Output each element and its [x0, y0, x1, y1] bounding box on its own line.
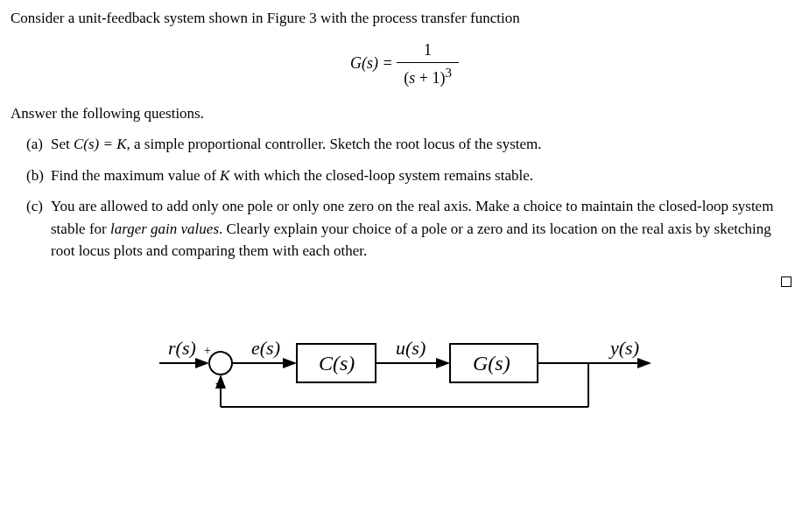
part-a-label: (a) — [26, 133, 51, 156]
minus-sign: - — [215, 375, 220, 390]
part-c: (c) You are allowed to add only one pole… — [26, 195, 798, 262]
equation-fraction: 1 (s + 1)3 — [397, 38, 459, 90]
plant-label: G(s) — [473, 352, 510, 374]
summing-junction — [209, 352, 232, 374]
diagram-r-label: r(s) — [168, 337, 196, 359]
answer-line: Answer the following questions. — [11, 102, 798, 125]
diagram-e-label: e(s) — [251, 337, 280, 359]
part-c-label: (c) — [26, 195, 51, 262]
part-a-text: Set C(s) = K, a simple proportional cont… — [51, 133, 798, 156]
equation-denominator: (s + 1)3 — [397, 63, 459, 90]
end-of-question-marker — [11, 271, 798, 294]
equation-lhs: G(s) = — [350, 53, 393, 71]
parts-list: (a) Set C(s) = K, a simple proportional … — [11, 133, 798, 262]
part-b-text: Find the maximum value of K with which t… — [51, 164, 798, 187]
diagram-u-label: u(s) — [396, 337, 426, 359]
part-a: (a) Set C(s) = K, a simple proportional … — [26, 133, 798, 156]
transfer-function-equation: G(s) = 1 (s + 1)3 — [11, 38, 798, 90]
controller-label: C(s) — [319, 352, 355, 374]
part-b-label: (b) — [26, 164, 51, 187]
plus-sign: + — [204, 344, 211, 357]
equation-numerator: 1 — [397, 38, 459, 63]
part-c-text: You are allowed to add only one pole or … — [51, 195, 798, 262]
feedback-diagram-svg: r(s) + - e(s) C(s) u(s) G(s) y(s) — [124, 328, 685, 424]
block-diagram: r(s) + - e(s) C(s) u(s) G(s) y(s) — [11, 328, 798, 424]
part-b: (b) Find the maximum value of K with whi… — [26, 164, 798, 187]
diagram-y-label: y(s) — [609, 337, 639, 359]
intro-text: Consider a unit-feedback system shown in… — [11, 7, 798, 30]
